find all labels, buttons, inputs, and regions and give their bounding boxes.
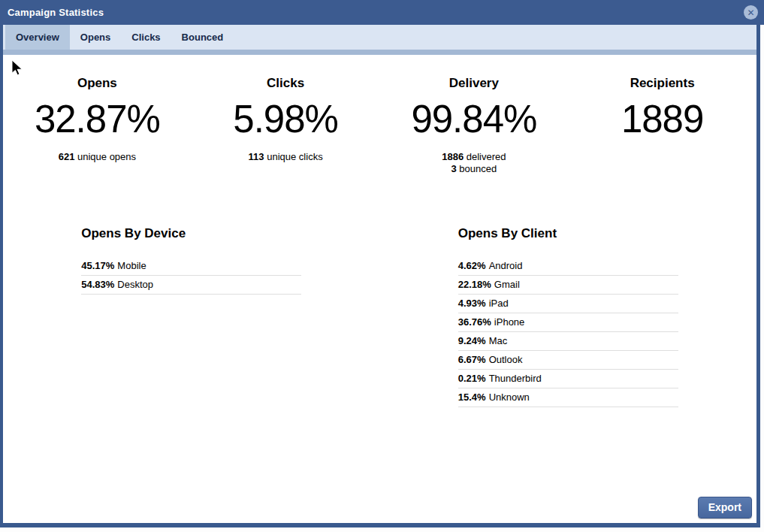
stat-opens-label: Opens <box>3 76 192 91</box>
active-tab-strip <box>3 50 756 55</box>
client-row: 15.4%Unknown <box>458 388 678 407</box>
opens-by-device-section: Opens By Device 45.17%Mobile 54.83%Deskt… <box>81 226 301 295</box>
stat-clicks-detail: 113 unique clicks <box>192 151 380 163</box>
export-button[interactable]: Export <box>698 497 752 518</box>
client-row: 4.62%Android <box>458 257 678 276</box>
tab-bounced[interactable]: Bounced <box>171 25 234 50</box>
tab-overview[interactable]: Overview <box>5 25 70 50</box>
stat-clicks-value: 5.98% <box>192 98 380 141</box>
stat-opens-value: 32.87% <box>3 98 192 141</box>
client-row: 6.67%Outlook <box>458 351 678 370</box>
opens-by-client-section: Opens By Client 4.62%Android 22.18%Gmail… <box>458 226 678 407</box>
window-title: Campaign Statistics <box>8 7 104 18</box>
stat-delivery: Delivery 99.84% 1886 delivered 3 bounced <box>380 76 569 205</box>
device-row: 45.17%Mobile <box>81 257 301 276</box>
client-row: 22.18%Gmail <box>458 276 678 295</box>
tab-clicks[interactable]: Clicks <box>121 25 171 50</box>
overview-panel: Opens 32.87% 621 unique opens Clicks 5.9… <box>3 55 756 523</box>
client-row: 9.24%Mac <box>458 332 678 351</box>
client-row: 36.76%iPhone <box>458 313 678 332</box>
stat-recipients-label: Recipients <box>568 76 756 91</box>
stat-delivery-detail: 1886 delivered 3 bounced <box>380 151 569 175</box>
stat-delivery-value: 99.84% <box>380 98 569 141</box>
stat-delivery-label: Delivery <box>380 76 569 91</box>
client-row: 4.93%iPad <box>458 295 678 313</box>
stat-opens: Opens 32.87% 621 unique opens <box>3 76 192 205</box>
stat-opens-detail: 621 unique opens <box>3 151 192 163</box>
window-body: Overview Opens Clicks Bounced Opens 32.8… <box>0 25 760 527</box>
stat-clicks-label: Clicks <box>192 76 380 91</box>
tab-bar: Overview Opens Clicks Bounced <box>3 25 756 50</box>
close-button[interactable]: ✕ <box>744 5 758 20</box>
client-row: 0.21%Thunderbird <box>458 370 678 388</box>
title-bar: Campaign Statistics ✕ <box>0 0 764 25</box>
device-row: 54.83%Desktop <box>81 276 301 295</box>
opens-by-device-title: Opens By Device <box>81 226 301 241</box>
close-icon: ✕ <box>747 8 754 17</box>
stat-recipients-value: 1889 <box>568 98 756 141</box>
tab-opens[interactable]: Opens <box>70 25 121 50</box>
campaign-statistics-dialog: Campaign Statistics ✕ Overview Opens Cli… <box>0 0 764 532</box>
stat-clicks: Clicks 5.98% 113 unique clicks <box>192 76 380 205</box>
opens-by-client-title: Opens By Client <box>458 226 678 241</box>
stat-recipients: Recipients 1889 <box>568 76 756 205</box>
stats-row: Opens 32.87% 621 unique opens Clicks 5.9… <box>3 55 756 205</box>
breakdown-sections: Opens By Device 45.17%Mobile 54.83%Deskt… <box>3 226 756 407</box>
